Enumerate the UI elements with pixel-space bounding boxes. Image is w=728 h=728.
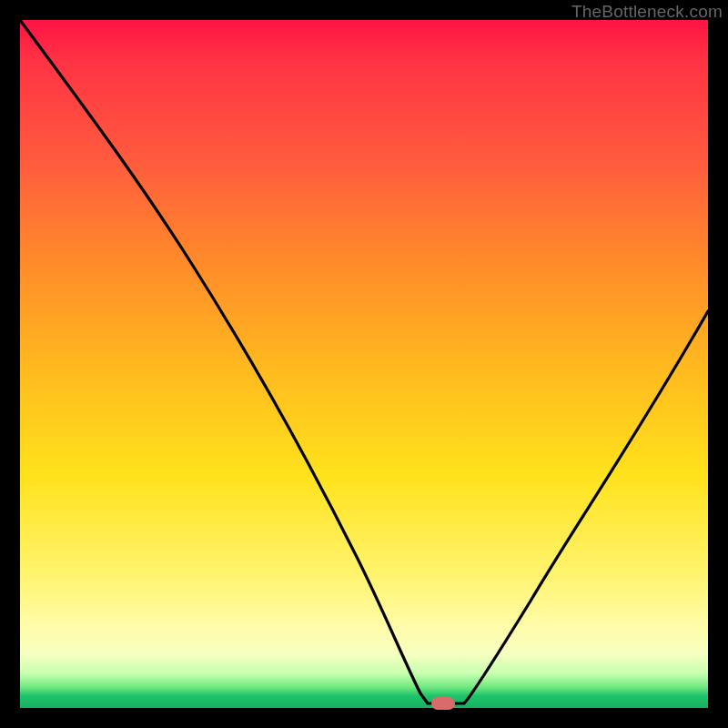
optimal-point-marker: [431, 697, 455, 710]
watermark-text: TheBottleneck.com: [571, 2, 723, 22]
curve-path: [20, 20, 708, 703]
bottleneck-curve: [20, 20, 708, 708]
chart-frame: TheBottleneck.com: [0, 0, 728, 728]
chart-plot-area: [20, 20, 708, 708]
